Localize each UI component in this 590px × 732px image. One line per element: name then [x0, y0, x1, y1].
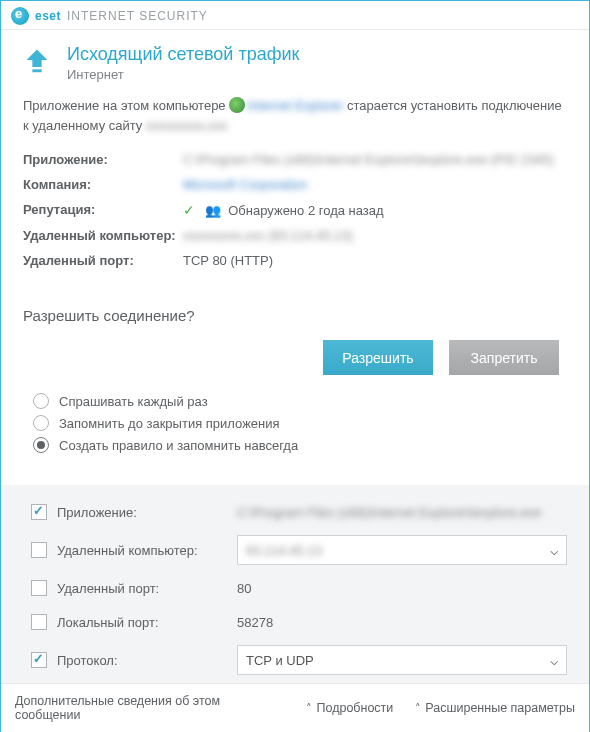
radio-icon	[33, 437, 49, 453]
caret-up-icon: ˄	[415, 702, 421, 715]
question-title: Разрешить соединение?	[23, 307, 567, 324]
radio-label: Создать правило и запомнить навсегда	[59, 438, 298, 453]
rule-label-remote-host: Удаленный компьютер:	[57, 543, 237, 558]
eset-logo-icon	[11, 7, 29, 25]
users-icon: 👥	[205, 203, 221, 218]
dialog-header: Исходящий сетевой трафик Интернет	[1, 30, 589, 92]
value-company-redacted: Microsoft Corporation	[183, 177, 307, 192]
radio-icon	[33, 393, 49, 409]
intro-app-name-redacted: Internet Explorer	[247, 96, 343, 116]
app-globe-icon	[229, 97, 245, 113]
value-remote-host-redacted: xxxxxxxxx.xxx (93.114.45.13)	[183, 228, 353, 243]
allow-button[interactable]: Разрешить	[323, 340, 433, 375]
intro-prefix: Приложение на этом компьютере	[23, 98, 229, 113]
titlebar: eset INTERNET SECURITY	[1, 1, 589, 30]
outgoing-traffic-icon	[23, 46, 51, 74]
radio-ask-each-time[interactable]: Спрашивать каждый раз	[33, 393, 567, 409]
intro-text: Приложение на этом компьютере Internet E…	[23, 96, 567, 135]
select-remote-host[interactable]: 93.114.45.13 ⌵	[237, 535, 567, 565]
dialog-title: Исходящий сетевой трафик	[67, 44, 299, 65]
value-reputation: Обнаружено 2 года назад	[228, 203, 383, 218]
rule-value-local-port: 58278	[237, 615, 567, 630]
label-remote-host: Удаленный компьютер:	[23, 228, 183, 243]
advanced-params-toggle[interactable]: ˄ Расширенные параметры	[415, 701, 575, 715]
select-value-redacted: 93.114.45.13	[246, 543, 322, 558]
radio-icon	[33, 415, 49, 431]
rule-label-application: Приложение:	[57, 505, 237, 520]
dialog-subtitle: Интернет	[67, 67, 299, 82]
advanced-label: Расширенные параметры	[425, 701, 575, 715]
rule-label-local-port: Локальный порт:	[57, 615, 237, 630]
select-protocol[interactable]: TCP и UDP ⌵	[237, 645, 567, 675]
label-remote-port: Удаленный порт:	[23, 253, 183, 268]
rule-value-remote-port: 80	[237, 581, 567, 596]
radio-create-rule[interactable]: Создать правило и запомнить навсегда	[33, 437, 567, 453]
checkbox-application[interactable]	[31, 504, 47, 520]
deny-button[interactable]: Запретить	[449, 340, 559, 375]
value-application-redacted: C:\Program Files (x86)\Internet Explorer…	[183, 152, 554, 167]
rule-label-remote-port: Удаленный порт:	[57, 581, 237, 596]
checkbox-local-port[interactable]	[31, 614, 47, 630]
chevron-down-icon: ⌵	[550, 542, 558, 558]
label-company: Компания:	[23, 177, 183, 192]
caret-up-icon: ˄	[306, 702, 312, 715]
value-remote-port: TCP 80 (HTTP)	[183, 253, 567, 268]
checkbox-remote-host[interactable]	[31, 542, 47, 558]
check-ok-icon: ✓	[183, 202, 195, 218]
checkbox-remote-port[interactable]	[31, 580, 47, 596]
select-value: TCP и UDP	[246, 653, 314, 668]
svg-rect-0	[32, 69, 41, 72]
more-info-link[interactable]: Дополнительные сведения об этом сообщени…	[15, 694, 284, 722]
radio-label: Запомнить до закрытия приложения	[59, 416, 280, 431]
label-application: Приложение:	[23, 152, 183, 167]
label-reputation: Репутация:	[23, 202, 183, 218]
details-label: Подробности	[316, 701, 393, 715]
radio-remember-until-close[interactable]: Запомнить до закрытия приложения	[33, 415, 567, 431]
rule-label-protocol: Протокол:	[57, 653, 237, 668]
info-table: Приложение: C:\Program Files (x86)\Inter…	[23, 147, 567, 273]
radio-label: Спрашивать каждый раз	[59, 394, 208, 409]
details-toggle[interactable]: ˄ Подробности	[306, 701, 393, 715]
rule-value-application-redacted: C:\Program Files (x86)\Internet Explorer…	[237, 505, 541, 520]
brand-product: INTERNET SECURITY	[67, 9, 208, 23]
intro-site-redacted: xxxxxxxxx.xxx	[146, 116, 228, 136]
chevron-down-icon: ⌵	[550, 652, 558, 668]
checkbox-protocol[interactable]	[31, 652, 47, 668]
brand-eset: eset	[35, 9, 61, 23]
dialog-footer: Дополнительные сведения об этом сообщени…	[1, 683, 589, 732]
